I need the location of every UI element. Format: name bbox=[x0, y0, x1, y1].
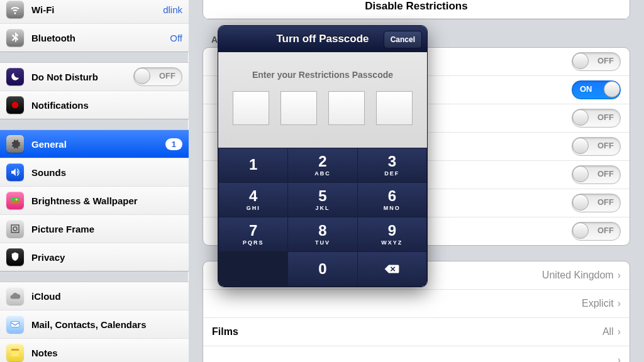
moon-icon bbox=[6, 68, 24, 85]
modal-body: Enter your Restrictions Passcode bbox=[218, 52, 427, 148]
key-6[interactable]: 6MNO bbox=[358, 183, 426, 217]
passcode-prompt: Enter your Restrictions Passcode bbox=[230, 70, 416, 80]
badge-count: 1 bbox=[165, 138, 182, 150]
chevron-right-icon: › bbox=[618, 326, 621, 337]
pin-digit-4 bbox=[376, 91, 413, 125]
toggle-knob bbox=[134, 68, 150, 84]
brightness-icon bbox=[6, 192, 24, 209]
sidebar-item-bluetooth[interactable]: Bluetooth Off bbox=[0, 24, 189, 52]
sidebar-item-label: Mail, Contacts, Calendars bbox=[31, 319, 182, 330]
sidebar-item-general[interactable]: General 1 bbox=[0, 130, 189, 158]
toggle-switch[interactable]: OFF bbox=[572, 222, 621, 241]
pin-digit-1 bbox=[233, 91, 269, 125]
key-4[interactable]: 4GHI bbox=[219, 183, 287, 217]
toggle-switch[interactable]: OFF bbox=[572, 194, 621, 212]
row-value: All bbox=[602, 326, 614, 337]
sidebar-item-value: dlink bbox=[163, 4, 182, 15]
sidebar-item-label: Notifications bbox=[31, 100, 182, 111]
pin-digit-3 bbox=[328, 91, 365, 125]
toggle-off-text: OFF bbox=[159, 71, 175, 80]
key-blank bbox=[219, 252, 287, 286]
mail-icon bbox=[6, 315, 24, 333]
films-row[interactable]: FilmsAll› bbox=[203, 318, 630, 346]
chevron-right-icon: › bbox=[618, 298, 621, 309]
bluetooth-icon bbox=[6, 29, 24, 47]
svg-point-3 bbox=[16, 199, 18, 200]
sidebar-item-label: Picture Frame bbox=[31, 224, 182, 234]
gear-icon bbox=[6, 135, 24, 153]
row-value: United Kingdom bbox=[542, 270, 614, 281]
pin-digit-2 bbox=[280, 91, 317, 125]
sidebar-item-notifications[interactable]: Notifications bbox=[0, 91, 189, 119]
svg-rect-6 bbox=[11, 322, 19, 327]
disable-restrictions-button[interactable]: Disable Restrictions bbox=[203, 0, 630, 19]
numeric-keypad: 1 2ABC 3DEF 4GHI 5JKL 6MNO 7PQRS 8TUV 9W… bbox=[218, 148, 427, 287]
sidebar-item-label: Wi-Fi bbox=[31, 4, 163, 15]
toggle-switch[interactable]: OFF bbox=[572, 109, 621, 128]
sidebar-item-mail[interactable]: Mail, Contacts, Calendars bbox=[0, 310, 189, 339]
svg-rect-4 bbox=[11, 225, 19, 233]
notes-icon bbox=[6, 344, 24, 361]
sidebar-item-label: Bluetooth bbox=[31, 33, 170, 43]
panel-header-label: Disable Restrictions bbox=[365, 0, 467, 13]
key-7[interactable]: 7PQRS bbox=[219, 217, 287, 251]
settings-sidebar: Wi-Fi dlink Bluetooth Off Do Not Disturb… bbox=[0, 0, 189, 362]
sidebar-item-label: Brightness & Wallpaper bbox=[31, 195, 182, 206]
key-3[interactable]: 3DEF bbox=[358, 148, 426, 182]
key-backspace[interactable] bbox=[358, 252, 426, 286]
dnd-toggle[interactable]: OFF bbox=[133, 67, 182, 86]
sidebar-item-pictureframe[interactable]: Picture Frame bbox=[0, 215, 189, 243]
toggle-switch[interactable]: OFF bbox=[572, 165, 621, 184]
row-value: Explicit bbox=[582, 298, 614, 309]
passcode-modal: Turn off Passcode Cancel Enter your Rest… bbox=[218, 25, 428, 287]
pin-row bbox=[230, 91, 416, 125]
chevron-right-icon: › bbox=[618, 354, 621, 362]
key-8[interactable]: 8TUV bbox=[288, 217, 357, 251]
sidebar-item-icloud[interactable]: iCloud bbox=[0, 282, 189, 310]
svg-rect-8 bbox=[11, 349, 19, 351]
key-9[interactable]: 9WXYZ bbox=[358, 217, 426, 251]
backspace-icon bbox=[384, 263, 400, 275]
sidebar-item-label: iCloud bbox=[31, 291, 182, 302]
sidebar-item-value: Off bbox=[170, 33, 182, 43]
chevron-right-icon: › bbox=[618, 270, 621, 281]
svg-point-5 bbox=[13, 227, 17, 231]
content-row[interactable]: › bbox=[203, 346, 630, 362]
key-0[interactable]: 0 bbox=[288, 252, 357, 286]
notifications-icon bbox=[6, 96, 24, 114]
svg-point-0 bbox=[12, 102, 19, 109]
music-row[interactable]: Explicit› bbox=[203, 290, 630, 318]
toggle-switch[interactable]: OFF bbox=[572, 137, 621, 156]
row-label: Films bbox=[212, 326, 602, 337]
wifi-icon bbox=[6, 1, 24, 18]
toggle-switch[interactable]: ON bbox=[572, 80, 621, 99]
key-2[interactable]: 2ABC bbox=[288, 148, 357, 182]
sidebar-item-label: Sounds bbox=[31, 167, 182, 178]
toggle-switch[interactable]: OFF bbox=[572, 52, 621, 71]
sounds-icon bbox=[6, 163, 24, 181]
sidebar-item-privacy[interactable]: Privacy bbox=[0, 243, 189, 271]
privacy-icon bbox=[6, 248, 24, 266]
key-1[interactable]: 1 bbox=[219, 148, 287, 182]
sidebar-item-label: Notes bbox=[31, 348, 182, 358]
modal-title: Turn off Passcode bbox=[276, 33, 369, 45]
picture-frame-icon bbox=[6, 220, 24, 238]
sidebar-item-brightness[interactable]: Brightness & Wallpaper bbox=[0, 187, 189, 215]
svg-rect-2 bbox=[11, 200, 19, 204]
sidebar-item-label: Privacy bbox=[31, 252, 182, 263]
sidebar-item-dnd[interactable]: Do Not Disturb OFF bbox=[0, 63, 189, 91]
modal-header: Turn off Passcode Cancel bbox=[218, 26, 427, 52]
sidebar-item-label: Do Not Disturb bbox=[31, 72, 133, 82]
sidebar-item-wifi[interactable]: Wi-Fi dlink bbox=[0, 0, 189, 24]
cancel-button[interactable]: Cancel bbox=[384, 31, 422, 48]
sidebar-item-label: General bbox=[31, 139, 165, 150]
sidebar-item-sounds[interactable]: Sounds bbox=[0, 158, 189, 187]
key-5[interactable]: 5JKL bbox=[288, 183, 357, 217]
cloud-icon bbox=[6, 287, 24, 305]
sidebar-item-notes[interactable]: Notes bbox=[0, 339, 189, 362]
